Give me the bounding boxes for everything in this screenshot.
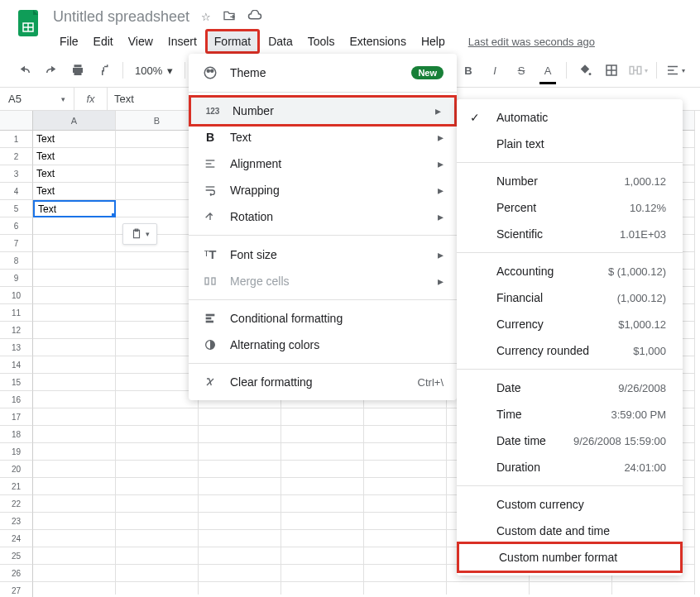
cell[interactable] bbox=[33, 356, 116, 374]
cell[interactable] bbox=[33, 374, 116, 391]
cell[interactable] bbox=[281, 408, 364, 426]
fmt-plain-text[interactable]: Plain text bbox=[457, 131, 683, 157]
menu-extensions[interactable]: Extensions bbox=[343, 31, 412, 51]
cell[interactable] bbox=[364, 547, 447, 565]
cell[interactable] bbox=[364, 426, 447, 443]
cell[interactable] bbox=[116, 252, 199, 270]
cell[interactable] bbox=[281, 547, 364, 565]
cell[interactable] bbox=[33, 304, 116, 322]
cell[interactable]: Text bbox=[33, 131, 116, 148]
cell[interactable] bbox=[116, 270, 199, 287]
row-header[interactable]: 14 bbox=[0, 356, 33, 374]
sheets-logo[interactable] bbox=[13, 7, 46, 40]
zoom-dropdown[interactable]: 100%▾ bbox=[130, 64, 178, 77]
menu-conditional[interactable]: Conditional formatting bbox=[189, 305, 457, 332]
cell[interactable] bbox=[33, 217, 116, 235]
menu-wrapping[interactable]: Wrapping ▸ bbox=[189, 177, 457, 203]
redo-button[interactable] bbox=[40, 59, 63, 82]
col-header[interactable]: B bbox=[116, 111, 199, 131]
row-header[interactable]: 26 bbox=[0, 565, 33, 582]
cell[interactable]: Text bbox=[33, 183, 116, 200]
cloud-icon[interactable] bbox=[247, 10, 262, 24]
cell[interactable] bbox=[116, 339, 199, 356]
menu-alternating[interactable]: Alternating colors bbox=[189, 332, 457, 358]
menu-number[interactable]: 123 Number ▸ bbox=[191, 98, 454, 124]
row-header[interactable]: 5 bbox=[0, 200, 33, 217]
row-header[interactable]: 3 bbox=[0, 165, 33, 183]
menu-theme[interactable]: Theme New bbox=[189, 59, 457, 87]
menu-file[interactable]: File bbox=[53, 31, 85, 51]
row-header[interactable]: 17 bbox=[0, 408, 33, 426]
move-icon[interactable] bbox=[223, 9, 236, 25]
row-header[interactable]: 8 bbox=[0, 252, 33, 270]
row-header[interactable]: 25 bbox=[0, 547, 33, 565]
bold-button[interactable]: B bbox=[457, 59, 480, 82]
cell[interactable] bbox=[364, 565, 447, 582]
row-header[interactable]: 10 bbox=[0, 287, 33, 304]
cell[interactable] bbox=[116, 200, 199, 217]
merge-button[interactable]: ▾ bbox=[626, 59, 650, 82]
undo-button[interactable] bbox=[13, 59, 36, 82]
row-header[interactable]: 4 bbox=[0, 183, 33, 200]
doc-title[interactable]: Untitled spreadsheet bbox=[53, 8, 189, 26]
menu-view[interactable]: View bbox=[122, 31, 160, 51]
paste-options[interactable]: ▾ bbox=[122, 223, 157, 245]
fmt-duration[interactable]: Duration24:01:00 bbox=[457, 454, 683, 480]
cell[interactable] bbox=[199, 582, 281, 595]
select-all-corner[interactable] bbox=[0, 111, 33, 131]
row-header[interactable]: 16 bbox=[0, 391, 33, 408]
fill-color-button[interactable] bbox=[573, 59, 597, 82]
fmt-datetime[interactable]: Date time9/26/2008 15:59:00 bbox=[457, 427, 683, 454]
menu-clear-formatting[interactable]: Clear formatting Ctrl+\ bbox=[189, 369, 457, 395]
cell[interactable] bbox=[281, 513, 364, 530]
cell[interactable] bbox=[33, 565, 116, 582]
cell[interactable] bbox=[281, 478, 364, 495]
menu-data[interactable]: Data bbox=[261, 31, 300, 51]
cell[interactable]: Text bbox=[33, 165, 116, 183]
fmt-time[interactable]: Time3:59:00 PM bbox=[457, 401, 683, 427]
cell[interactable]: Text bbox=[33, 200, 116, 217]
star-icon[interactable]: ☆ bbox=[201, 11, 211, 23]
cell[interactable] bbox=[530, 582, 612, 595]
fmt-custom-number[interactable]: Custom number format bbox=[457, 542, 683, 573]
cell[interactable] bbox=[364, 443, 447, 461]
cell[interactable] bbox=[33, 252, 116, 270]
cell[interactable] bbox=[364, 582, 447, 595]
row-header[interactable]: 20 bbox=[0, 461, 33, 478]
cell[interactable] bbox=[33, 547, 116, 565]
fmt-automatic[interactable]: ✓ Automatic bbox=[457, 104, 683, 131]
cell[interactable] bbox=[199, 461, 281, 478]
cell[interactable] bbox=[199, 547, 281, 565]
cell[interactable] bbox=[447, 582, 530, 595]
row-header[interactable]: 19 bbox=[0, 443, 33, 461]
cell[interactable] bbox=[281, 582, 364, 595]
cell[interactable] bbox=[116, 478, 199, 495]
cell[interactable] bbox=[33, 443, 116, 461]
fmt-currency-rounded[interactable]: Currency rounded$1,000 bbox=[457, 337, 683, 364]
cell[interactable] bbox=[116, 391, 199, 408]
menu-rotation[interactable]: Rotation ▸ bbox=[189, 203, 457, 230]
last-edit-link[interactable]: Last edit was seconds ago bbox=[468, 36, 595, 48]
fmt-date[interactable]: Date9/26/2008 bbox=[457, 375, 683, 401]
menu-format[interactable]: Format bbox=[205, 29, 260, 54]
row-header[interactable]: 24 bbox=[0, 530, 33, 547]
cell[interactable] bbox=[199, 443, 281, 461]
borders-button[interactable] bbox=[600, 59, 623, 82]
fmt-currency[interactable]: Currency$1,000.12 bbox=[457, 311, 683, 337]
menu-alignment[interactable]: Alignment ▸ bbox=[189, 150, 457, 177]
cell[interactable] bbox=[281, 530, 364, 547]
cell[interactable] bbox=[364, 495, 447, 513]
cell[interactable] bbox=[199, 408, 281, 426]
row-header[interactable]: 9 bbox=[0, 270, 33, 287]
cell[interactable] bbox=[33, 322, 116, 339]
cell[interactable] bbox=[33, 339, 116, 356]
cell[interactable] bbox=[116, 304, 199, 322]
row-header[interactable]: 7 bbox=[0, 235, 33, 252]
cell[interactable] bbox=[364, 478, 447, 495]
row-header[interactable]: 13 bbox=[0, 339, 33, 356]
cell[interactable] bbox=[612, 582, 695, 595]
menu-edit[interactable]: Edit bbox=[87, 31, 120, 51]
cell[interactable] bbox=[116, 582, 199, 595]
cell[interactable] bbox=[116, 530, 199, 547]
cell[interactable] bbox=[199, 495, 281, 513]
